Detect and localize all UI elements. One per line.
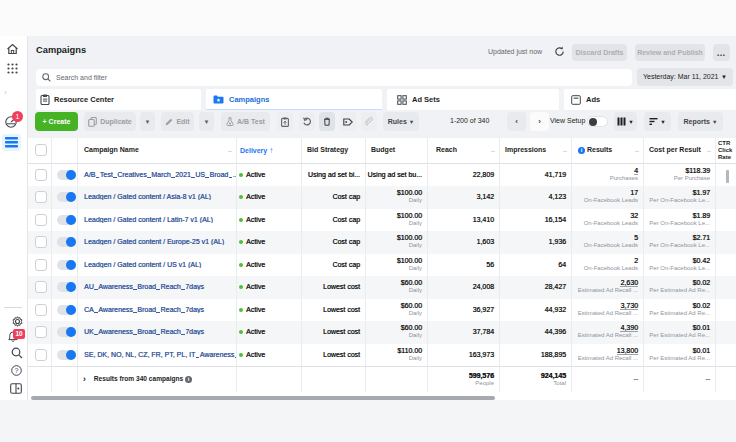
svg-text:?: ? (15, 367, 19, 374)
